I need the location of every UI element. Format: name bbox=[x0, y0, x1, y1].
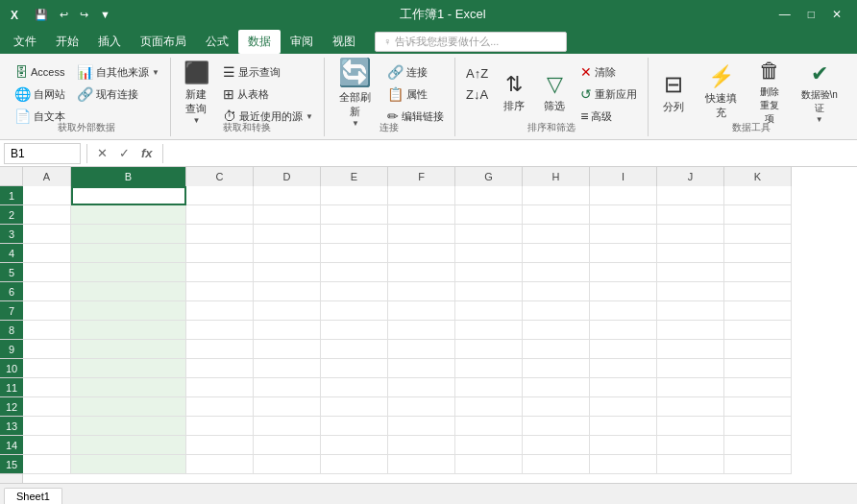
cell-h2[interactable] bbox=[523, 205, 590, 225]
cell-f6[interactable] bbox=[388, 282, 455, 301]
row-header-8[interactable]: 8 bbox=[0, 321, 23, 340]
cell-b11[interactable] bbox=[71, 378, 186, 397]
cell-j3[interactable] bbox=[657, 225, 724, 244]
cell-k1[interactable] bbox=[724, 186, 792, 205]
cell-j2[interactable] bbox=[657, 205, 724, 225]
row-header-11[interactable]: 11 bbox=[0, 378, 23, 397]
search-bar[interactable]: ♀ 告诉我您想要做什么... bbox=[375, 32, 567, 52]
cell-g2[interactable] bbox=[455, 205, 523, 225]
cell-h13[interactable] bbox=[523, 417, 590, 436]
cell-i14[interactable] bbox=[590, 436, 657, 455]
cell-a6[interactable] bbox=[23, 282, 71, 301]
cell-d7[interactable] bbox=[254, 301, 321, 321]
menu-review[interactable]: 审阅 bbox=[281, 30, 323, 54]
cell-c11[interactable] bbox=[186, 378, 254, 397]
col-header-i[interactable]: I bbox=[590, 167, 657, 186]
web-btn[interactable]: 🌐 自网站 bbox=[10, 84, 70, 105]
cell-d12[interactable] bbox=[254, 397, 321, 417]
cell-c13[interactable] bbox=[186, 417, 254, 436]
cell-k3[interactable] bbox=[724, 225, 792, 244]
cell-c15[interactable] bbox=[186, 455, 254, 474]
cell-h9[interactable] bbox=[523, 340, 590, 359]
menu-home[interactable]: 开始 bbox=[46, 30, 88, 54]
cell-a5[interactable] bbox=[23, 263, 71, 282]
cell-k4[interactable] bbox=[724, 244, 792, 263]
cell-e7[interactable] bbox=[321, 301, 388, 321]
cell-g14[interactable] bbox=[455, 436, 523, 455]
cell-g9[interactable] bbox=[455, 340, 523, 359]
cell-f10[interactable] bbox=[388, 359, 455, 378]
cell-a10[interactable] bbox=[23, 359, 71, 378]
col-header-k[interactable]: K bbox=[724, 167, 792, 186]
insert-function-btn[interactable]: fx bbox=[137, 144, 157, 162]
cell-e15[interactable] bbox=[321, 455, 388, 474]
refresh-all-btn[interactable]: 🔄 全部刷新 ▼ bbox=[331, 60, 380, 125]
cell-i11[interactable] bbox=[590, 378, 657, 397]
cell-f3[interactable] bbox=[388, 225, 455, 244]
cell-c6[interactable] bbox=[186, 282, 254, 301]
cell-h14[interactable] bbox=[523, 436, 590, 455]
cell-h5[interactable] bbox=[523, 263, 590, 282]
cell-h12[interactable] bbox=[523, 397, 590, 417]
cell-k12[interactable] bbox=[724, 397, 792, 417]
cell-f7[interactable] bbox=[388, 301, 455, 321]
row-header-7[interactable]: 7 bbox=[0, 301, 23, 321]
cell-c1[interactable] bbox=[186, 186, 254, 205]
minimize-btn[interactable]: — bbox=[771, 4, 798, 25]
cell-i10[interactable] bbox=[590, 359, 657, 378]
cell-b10[interactable] bbox=[71, 359, 186, 378]
cell-a14[interactable] bbox=[23, 436, 71, 455]
sheet-tab-sheet1[interactable]: Sheet1 bbox=[4, 488, 62, 504]
cell-d1[interactable] bbox=[254, 186, 321, 205]
cell-a3[interactable] bbox=[23, 225, 71, 244]
cell-e9[interactable] bbox=[321, 340, 388, 359]
close-btn[interactable]: ✕ bbox=[824, 4, 849, 25]
cell-f13[interactable] bbox=[388, 417, 455, 436]
cell-j13[interactable] bbox=[657, 417, 724, 436]
cell-f9[interactable] bbox=[388, 340, 455, 359]
cell-e5[interactable] bbox=[321, 263, 388, 282]
cell-g12[interactable] bbox=[455, 397, 523, 417]
cell-d9[interactable] bbox=[254, 340, 321, 359]
cell-b15[interactable] bbox=[71, 455, 186, 474]
cell-b12[interactable] bbox=[71, 397, 186, 417]
cell-b7[interactable] bbox=[71, 301, 186, 321]
cell-f11[interactable] bbox=[388, 378, 455, 397]
cell-g10[interactable] bbox=[455, 359, 523, 378]
menu-view[interactable]: 视图 bbox=[323, 30, 365, 54]
cell-c4[interactable] bbox=[186, 244, 254, 263]
cell-j5[interactable] bbox=[657, 263, 724, 282]
data-validation-btn[interactable]: ✔ 数据验\n证 ▼ bbox=[791, 60, 847, 125]
cell-d14[interactable] bbox=[254, 436, 321, 455]
row-header-1[interactable]: 1 bbox=[0, 186, 23, 205]
cell-h6[interactable] bbox=[523, 282, 590, 301]
cell-f4[interactable] bbox=[388, 244, 455, 263]
cell-i4[interactable] bbox=[590, 244, 657, 263]
cell-i5[interactable] bbox=[590, 263, 657, 282]
cell-c10[interactable] bbox=[186, 359, 254, 378]
cell-g1[interactable] bbox=[455, 186, 523, 205]
menu-data[interactable]: 数据 bbox=[238, 30, 281, 54]
cell-d4[interactable] bbox=[254, 244, 321, 263]
cell-e4[interactable] bbox=[321, 244, 388, 263]
menu-insert[interactable]: 插入 bbox=[88, 30, 131, 54]
cell-k7[interactable] bbox=[724, 301, 792, 321]
undo-btn[interactable]: ↩ bbox=[56, 7, 72, 23]
cell-g5[interactable] bbox=[455, 263, 523, 282]
cell-h3[interactable] bbox=[523, 225, 590, 244]
cell-c12[interactable] bbox=[186, 397, 254, 417]
access-btn[interactable]: 🗄 Access bbox=[10, 61, 70, 83]
cell-d6[interactable] bbox=[254, 282, 321, 301]
row-header-14[interactable]: 14 bbox=[0, 436, 23, 455]
cell-h7[interactable] bbox=[523, 301, 590, 321]
cell-d15[interactable] bbox=[254, 455, 321, 474]
cell-g11[interactable] bbox=[455, 378, 523, 397]
cell-d3[interactable] bbox=[254, 225, 321, 244]
cell-j12[interactable] bbox=[657, 397, 724, 417]
col-header-j[interactable]: J bbox=[657, 167, 724, 186]
cell-a4[interactable] bbox=[23, 244, 71, 263]
cell-f2[interactable] bbox=[388, 205, 455, 225]
clear-filter-btn[interactable]: ✕ 清除 bbox=[575, 61, 642, 83]
properties-btn[interactable]: 📋 属性 bbox=[382, 84, 449, 105]
cell-e14[interactable] bbox=[321, 436, 388, 455]
